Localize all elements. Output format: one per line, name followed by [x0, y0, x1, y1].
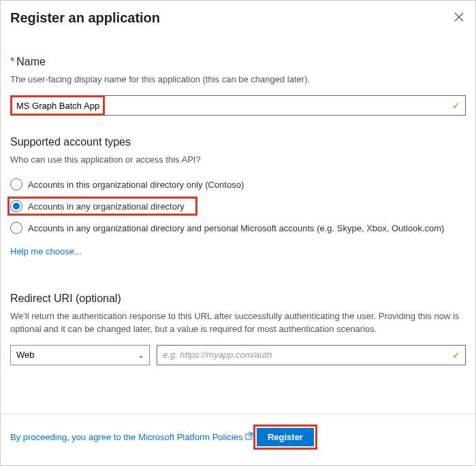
close-icon: [454, 11, 464, 25]
name-helper-text: The user-facing display name for this ap…: [10, 73, 466, 86]
checkmark-icon: ✓: [452, 100, 460, 111]
radio-multi-tenant-personal-label[interactable]: Accounts in any organizational directory…: [28, 223, 444, 233]
external-link-icon: [245, 432, 253, 442]
account-types-question: Who can use this application or access t…: [10, 154, 466, 166]
platform-policies-link[interactable]: Microsoft Platform Policies: [138, 432, 242, 442]
panel-title: Register an application: [10, 10, 160, 26]
help-me-choose-link[interactable]: Help me choose...: [10, 246, 82, 256]
radio-single-tenant-label[interactable]: Accounts in this organizational director…: [28, 180, 244, 190]
radio-multi-tenant-label[interactable]: Accounts in any organizational directory: [28, 201, 185, 212]
redirect-uri-helper: We'll return the authentication response…: [10, 310, 466, 335]
radio-multi-tenant-personal[interactable]: [10, 222, 22, 234]
name-input[interactable]: [10, 95, 466, 116]
account-types-label: Supported account types: [10, 136, 466, 148]
redirect-uri-label: Redirect URI (optional): [10, 293, 466, 305]
checkmark-icon: ✓: [452, 350, 460, 361]
register-button[interactable]: Register: [257, 428, 314, 446]
policy-prefix-text: By proceeding, you agree to the: [10, 432, 136, 442]
required-asterisk: *: [10, 56, 14, 67]
redirect-uri-input[interactable]: [157, 345, 466, 365]
radio-single-tenant[interactable]: [10, 178, 22, 190]
radio-multi-tenant[interactable]: [10, 200, 22, 212]
close-button[interactable]: [452, 12, 466, 25]
name-label: *Name: [10, 56, 466, 68]
svg-line-3: [249, 433, 253, 437]
platform-select[interactable]: Web: [10, 345, 150, 365]
